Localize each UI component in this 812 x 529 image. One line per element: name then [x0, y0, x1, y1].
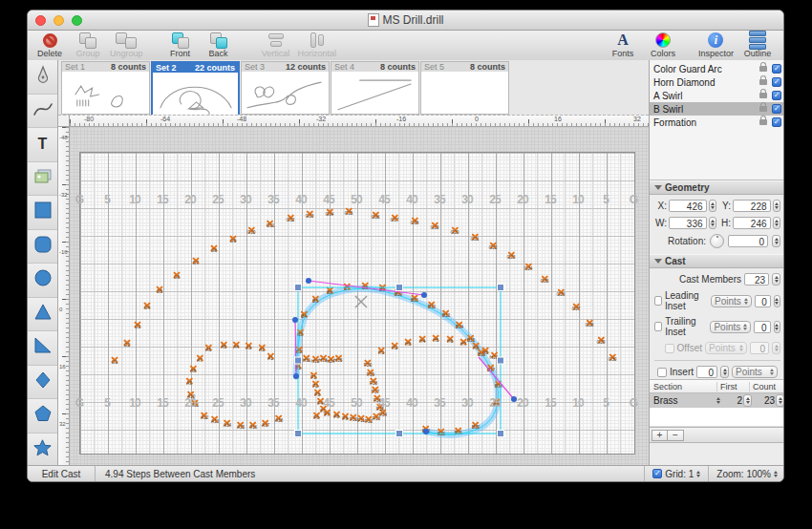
insert-field[interactable]: 0: [696, 366, 717, 378]
h-stepper[interactable]: [773, 217, 780, 229]
back-icon: [210, 32, 227, 49]
diamond-tool[interactable]: [28, 366, 57, 400]
layer-visible-checkbox[interactable]: ✓: [772, 77, 781, 87]
toolbar-front-button[interactable]: Front: [164, 32, 197, 60]
toolbar-outline-button[interactable]: Outline: [741, 32, 774, 60]
ruler-label: -48: [237, 116, 246, 122]
drill-canvas[interactable]: -80-64-48-32-1601632 -48-32-1601632 G1G2…: [58, 116, 649, 467]
toolbar-back-button[interactable]: Back: [203, 32, 235, 60]
w-field[interactable]: 336: [669, 217, 707, 229]
circle-tool[interactable]: [28, 264, 57, 298]
x-stepper[interactable]: [709, 200, 716, 212]
x-field[interactable]: 426: [669, 200, 707, 212]
leading-inset-checkbox[interactable]: [654, 296, 662, 306]
canvas-view[interactable]: G1G2G3G4G5G6G7G8G9G10G11G12G13G14G15G16G…: [70, 127, 649, 467]
yard-number: 30: [240, 192, 250, 206]
yard-number: 40: [295, 192, 306, 206]
h-field[interactable]: 246: [733, 217, 771, 229]
remove-section-button[interactable]: −: [668, 430, 684, 441]
count-stepper[interactable]: [776, 394, 784, 407]
insert-unit-popup[interactable]: Points: [732, 366, 778, 378]
yard-number: 5: [603, 395, 609, 410]
table-row[interactable]: Brass 2 23: [650, 393, 784, 408]
y-stepper[interactable]: [773, 200, 780, 212]
rounded-square-tool[interactable]: [28, 230, 57, 264]
close-button[interactable]: [35, 15, 46, 26]
geometry-xy-row: X: 426 Y: 228: [650, 200, 784, 212]
layer-visible-checkbox[interactable]: ✓: [772, 104, 781, 114]
text-tool[interactable]: T: [28, 128, 57, 162]
images-tool[interactable]: [28, 162, 57, 197]
lock-icon[interactable]: [759, 106, 767, 112]
set-card-5[interactable]: Set 58 counts: [420, 61, 509, 115]
set-card-1[interactable]: Set 18 counts: [61, 61, 150, 115]
rotation-dial[interactable]: [710, 234, 724, 248]
offset-unit-popup[interactable]: Points: [705, 342, 747, 354]
offset-stepper[interactable]: [772, 342, 780, 354]
first-stepper[interactable]: [743, 394, 752, 407]
right-triangle-tool[interactable]: [28, 331, 57, 366]
toolbar-inspector-button[interactable]: iInspector: [698, 32, 734, 60]
y-field[interactable]: 228: [733, 200, 771, 212]
layer-row-horn-diamond[interactable]: Horn Diamond✓: [650, 75, 784, 89]
leading-inset-stepper[interactable]: [774, 295, 780, 307]
minimize-button[interactable]: [53, 15, 64, 26]
lock-icon[interactable]: [759, 79, 767, 85]
lock-icon[interactable]: [759, 93, 767, 98]
toolbar-delete-button[interactable]: Delete: [33, 32, 66, 60]
add-section-button[interactable]: +: [652, 430, 668, 441]
rotation-field[interactable]: 0: [728, 235, 768, 247]
toolbar: DeleteGroupUngroupFrontBackVerticalHoriz…: [28, 31, 783, 63]
w-stepper[interactable]: [709, 217, 716, 229]
toolbar-fonts-button[interactable]: AFonts: [607, 32, 639, 60]
offset-field[interactable]: 0: [750, 342, 769, 354]
set-card-2[interactable]: Set 222 counts: [151, 61, 240, 115]
zoom-label: Zoom: 100%: [716, 469, 771, 479]
cast-members-stepper[interactable]: [772, 273, 780, 286]
trailing-inset-checkbox[interactable]: [654, 322, 662, 331]
toolbar-colors-button[interactable]: Colors: [647, 32, 679, 60]
ruler-label: 0: [59, 307, 62, 312]
trailing-inset-unit-popup[interactable]: Points: [710, 321, 751, 333]
layer-row-color-guard-arc[interactable]: Color Guard Arc✓: [650, 62, 784, 75]
curve-tool[interactable]: [28, 95, 57, 129]
layer-row-formation[interactable]: Formation✓: [650, 116, 784, 129]
layer-row-a-swirl[interactable]: A Swirl✓: [650, 89, 784, 102]
layer-visible-checkbox[interactable]: ✓: [772, 64, 781, 74]
lock-icon[interactable]: [759, 66, 767, 72]
section-table-header: Section First Count: [650, 379, 784, 393]
insert-stepper[interactable]: [720, 366, 729, 378]
grid-checkbox[interactable]: ✓: [652, 469, 662, 478]
grid-stepper[interactable]: [696, 471, 700, 477]
zoom-segment[interactable]: Zoom: 100%: [708, 466, 784, 481]
offset-row: Offset Points 0: [650, 342, 784, 354]
layer-visible-checkbox[interactable]: ✓: [772, 117, 781, 127]
document-icon: [368, 13, 379, 27]
set-card-4[interactable]: Set 48 counts: [331, 61, 419, 115]
lock-icon[interactable]: [759, 119, 767, 125]
cast-members-field[interactable]: 23: [744, 273, 769, 286]
trailing-inset-stepper[interactable]: [774, 321, 780, 333]
pentagon-tool[interactable]: [28, 399, 57, 434]
star-tool[interactable]: [28, 434, 57, 468]
leading-inset-unit-popup[interactable]: Points: [711, 295, 752, 307]
layer-visible-checkbox[interactable]: ✓: [772, 91, 781, 100]
rotation-stepper[interactable]: [772, 235, 780, 247]
geometry-section-header[interactable]: Geometry: [650, 180, 784, 195]
group-icon: [79, 32, 96, 49]
square-tool[interactable]: [28, 196, 57, 230]
cast-section-header[interactable]: Cast: [650, 254, 784, 268]
leading-inset-field[interactable]: 0: [755, 295, 771, 307]
grid-segment[interactable]: ✓ Grid: 1: [644, 466, 708, 481]
triangle-tool[interactable]: [28, 298, 57, 332]
pen-tool[interactable]: [28, 60, 57, 95]
insert-checkbox[interactable]: [657, 368, 667, 377]
set-card-3[interactable]: Set 312 counts: [241, 61, 330, 115]
zoom-stepper[interactable]: [774, 471, 778, 477]
edit-mode-segment[interactable]: Edit Cast: [28, 466, 96, 481]
offset-label: Offset: [677, 343, 703, 353]
layer-row-b-swirl[interactable]: B Swirl✓: [650, 102, 784, 116]
trailing-inset-field[interactable]: 0: [754, 321, 770, 333]
zoom-button[interactable]: [72, 15, 82, 26]
offset-checkbox[interactable]: [665, 344, 674, 353]
